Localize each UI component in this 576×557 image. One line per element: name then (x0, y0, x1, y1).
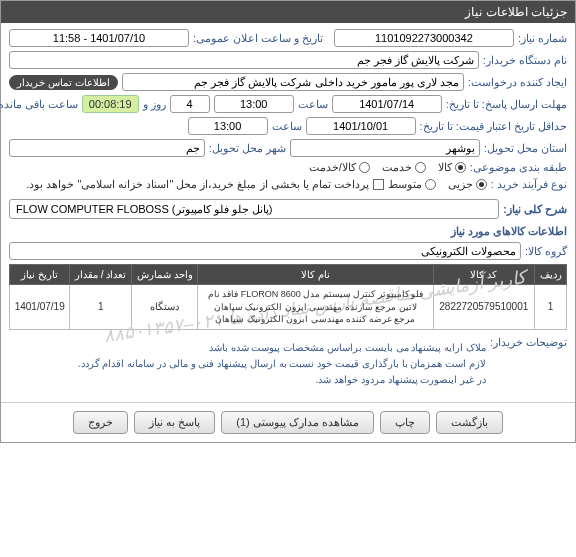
contact-badge[interactable]: اطلاعات تماس خریدار (9, 75, 118, 90)
table-header-row: ردیف کد کالا نام کالا واحد شمارش تعداد /… (10, 265, 567, 285)
panel-title: جزئیات اطلاعات نیاز (465, 5, 567, 19)
table-row: 1 2822720579510001 کاربر آزمایشی مناقصه … (10, 285, 567, 330)
need-no-field[interactable] (334, 29, 514, 47)
process-label: نوع فرآیند خرید : (491, 178, 567, 191)
radio-medium-circle (425, 179, 436, 190)
desc-label: توضیحات خریدار: (490, 336, 567, 349)
th-code: کد کالا (433, 265, 534, 285)
announce-field[interactable] (9, 29, 189, 47)
cell-date: 1401/07/19 (10, 285, 70, 330)
back-button[interactable]: بازگشت (436, 411, 503, 434)
summary-label: شرح کلی نیاز: (503, 203, 567, 216)
button-row: بازگشت چاپ مشاهده مدارک پیوستی (1) پاسخ … (1, 402, 575, 442)
payment-checkbox[interactable]: پرداخت تمام یا بخشی از مبلغ خرید،از محل … (26, 178, 384, 191)
radio-partial[interactable]: جزیی (448, 178, 487, 191)
th-unit: واحد شمارش (132, 265, 198, 285)
days-label: روز و (143, 98, 166, 111)
cell-unit: دستگاه (132, 285, 198, 330)
radio-partial-circle (476, 179, 487, 190)
panel-header: جزئیات اطلاعات نیاز (1, 1, 575, 23)
radio-both-circle (359, 162, 370, 173)
deadline-time-field[interactable] (214, 95, 294, 113)
radio-goods[interactable]: کالا (438, 161, 466, 174)
city-label: شهر محل تحویل: (209, 142, 286, 155)
radio-goods-label: کالا (438, 161, 452, 174)
th-date: تاریخ نیاز (10, 265, 70, 285)
radio-partial-label: جزیی (448, 178, 473, 191)
payment-checkbox-sq (373, 179, 384, 190)
radio-medium-label: متوسط (388, 178, 422, 191)
group-field[interactable] (9, 242, 521, 260)
th-row: ردیف (535, 265, 567, 285)
form-area: شماره نیاز: تاریخ و ساعت اعلان عمومی: نا… (1, 23, 575, 402)
radio-both-label: کالا/خدمت (309, 161, 356, 174)
buyer-description: ملاک ارایه پیشنهاد می بایست براساس مشخصا… (78, 336, 486, 392)
th-qty: تعداد / مقدار (70, 265, 132, 285)
payment-note: پرداخت تمام یا بخشی از مبلغ خرید،از محل … (26, 178, 369, 191)
radio-both[interactable]: کالا/خدمت (309, 161, 370, 174)
reply-button[interactable]: پاسخ به نیاز (134, 411, 215, 434)
countdown-box: 00:08:19 (82, 95, 139, 113)
deadline-date-field[interactable] (332, 95, 442, 113)
min-validity-time-label: ساعت (272, 120, 302, 133)
radio-medium[interactable]: متوسط (388, 178, 436, 191)
requester-label: ایجاد کننده درخواست: (468, 76, 567, 89)
close-button[interactable]: خروج (73, 411, 128, 434)
announce-label: تاریخ و ساعت اعلان عمومی: (193, 32, 323, 45)
desc-line3: در غیر اینصورت پیشنهاد مردود خواهد شد. (78, 372, 486, 388)
days-field[interactable] (170, 95, 210, 113)
print-button[interactable]: چاپ (380, 411, 430, 434)
items-section-title: اطلاعات کالاهای مورد نیاز (9, 225, 567, 238)
min-validity-label: حداقل تاریخ اعتبار قیمت: تا تاریخ: (420, 120, 567, 133)
radio-service-label: خدمت (382, 161, 412, 174)
cell-qty: 1 (70, 285, 132, 330)
desc-line2: لازم است همزمان با بارگذاری قیمت خود نسب… (78, 356, 486, 372)
desc-line1: ملاک ارایه پیشنهاد می بایست براساس مشخصا… (78, 340, 486, 356)
min-validity-date-field[interactable] (306, 117, 416, 135)
category-radios: کالا خدمت کالا/خدمت (309, 161, 466, 174)
cell-idx: 1 (535, 285, 567, 330)
process-radios: جزیی متوسط (388, 178, 487, 191)
cell-name-text: فلو کامپیوتر کنترل سیستم مدل FLORON 8600… (208, 289, 424, 324)
radio-service[interactable]: خدمت (382, 161, 426, 174)
attachments-button[interactable]: مشاهده مدارک پیوستی (1) (221, 411, 374, 434)
deadline-time-label: ساعت (298, 98, 328, 111)
remaining-label: ساعت باقی مانده (0, 98, 78, 111)
radio-goods-circle (455, 162, 466, 173)
org-label: نام دستگاه خریدار: (483, 54, 567, 67)
cell-name: کاربر آزمایشی مناقصه پارس نماد داده ها ۰… (198, 285, 433, 330)
city-field[interactable] (9, 139, 205, 157)
deadline-label: مهلت ارسال پاسخ: تا تاریخ: (446, 98, 567, 111)
cell-code: 2822720579510001 (433, 285, 534, 330)
group-label: گروه کالا: (525, 245, 567, 258)
requester-field[interactable] (122, 73, 464, 91)
items-table: ردیف کد کالا نام کالا واحد شمارش تعداد /… (9, 264, 567, 330)
org-field[interactable] (9, 51, 479, 69)
radio-service-circle (415, 162, 426, 173)
need-no-label: شماره نیاز: (518, 32, 567, 45)
category-label: طبقه بندی موضوعی: (470, 161, 567, 174)
summary-field[interactable] (9, 199, 499, 219)
province-label: استان محل تحویل: (484, 142, 567, 155)
min-validity-time-field[interactable] (188, 117, 268, 135)
need-details-panel: جزئیات اطلاعات نیاز شماره نیاز: تاریخ و … (0, 0, 576, 443)
province-field[interactable] (290, 139, 480, 157)
th-name: نام کالا (198, 265, 433, 285)
